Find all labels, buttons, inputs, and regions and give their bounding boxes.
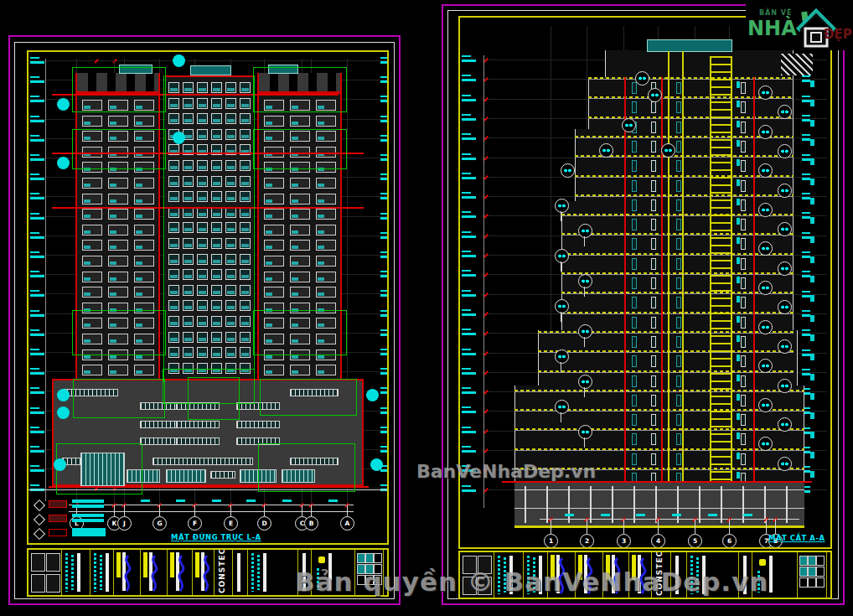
- door: [632, 141, 637, 153]
- drawing-graphic: [110, 122, 116, 125]
- drawing-graphic: [568, 486, 570, 523]
- drawing-graphic: [184, 244, 192, 247]
- callout-bubble: [778, 457, 792, 471]
- level-marker: [30, 465, 44, 472]
- drawing-graphic: [170, 182, 178, 185]
- drawing-graphic: [810, 100, 814, 106]
- door: [741, 82, 746, 94]
- drawing-graphic: [106, 553, 109, 592]
- level-marker: [30, 57, 44, 64]
- drawing-graphic: [72, 519, 104, 522]
- window-band: [176, 421, 220, 428]
- legend-diamond: [34, 514, 45, 525]
- level-marker: [30, 193, 44, 199]
- highlight-box: [260, 379, 357, 416]
- door: [676, 297, 681, 308]
- door: [632, 277, 637, 289]
- dimension-value: [212, 500, 221, 502]
- door: [632, 101, 637, 113]
- callout-bubble: [635, 71, 649, 85]
- drawing-graphic: [184, 338, 192, 341]
- drawing-graphic: [72, 514, 104, 517]
- drawing-graphic: [266, 230, 272, 234]
- drawing-graphic: [136, 355, 142, 359]
- door: [741, 355, 746, 367]
- drawing-graphic: [682, 51, 684, 481]
- drawing-graphic: [292, 246, 298, 249]
- drawing-graphic: [810, 179, 814, 185]
- drawing-graphic: [561, 362, 561, 372]
- drawing-graphic: [737, 81, 740, 88]
- door: [676, 219, 681, 230]
- drawing-graphic: [241, 213, 249, 216]
- callout-bubble: [778, 379, 792, 393]
- drawing-graphic: [584, 287, 585, 297]
- logo-suffix-text: ĐẸP: [824, 27, 852, 42]
- drawing-graphic: [199, 353, 206, 356]
- level-marker: [30, 173, 44, 180]
- level-marker: [802, 96, 810, 102]
- door: [651, 277, 656, 289]
- dimension-value: [565, 514, 574, 516]
- callout-bubble: [758, 85, 773, 100]
- drawing-graphic: [199, 213, 206, 216]
- titleblock-table-cell: [816, 567, 825, 577]
- drawing-graphic: [227, 88, 235, 91]
- grid-bubble: 3: [617, 534, 631, 548]
- basement: [514, 483, 804, 528]
- legend: [34, 500, 126, 543]
- door: [741, 238, 746, 250]
- level-marker: [462, 290, 476, 297]
- drawing-graphic: [737, 277, 740, 283]
- dimension-value: [176, 500, 185, 502]
- drawing-graphic: [199, 166, 206, 169]
- detail-circle: [57, 406, 70, 419]
- drawing-graphic: [227, 306, 235, 309]
- drawing-graphic: [266, 246, 272, 249]
- drawing-graphic: [184, 119, 192, 122]
- door: [651, 180, 656, 192]
- drawing-graphic: [227, 244, 235, 247]
- drawing-graphic: [737, 316, 740, 323]
- drawing-graphic: [227, 119, 235, 122]
- door: [741, 160, 746, 172]
- level-marker: [30, 310, 44, 317]
- highlight-box: [258, 443, 355, 492]
- door: [632, 355, 637, 367]
- drawing-graphic: [655, 486, 657, 523]
- drawing-graphic: [769, 556, 773, 593]
- callout-bubble: [555, 349, 569, 364]
- door: [651, 199, 656, 211]
- callout-bubble: [555, 400, 569, 414]
- door: [632, 180, 637, 192]
- level-marker: [30, 213, 44, 220]
- highlight-box: [253, 129, 347, 169]
- drawing-graphic: [266, 122, 272, 125]
- drawing-graphic: [241, 166, 249, 169]
- level-marker: [380, 232, 389, 239]
- drawing-graphic: [266, 292, 272, 296]
- drawing-graphic: [227, 182, 235, 185]
- drawing-graphic: [241, 275, 249, 278]
- highlight-box: [73, 379, 165, 418]
- drawing-graphic: [266, 370, 272, 374]
- door: [741, 258, 746, 270]
- highlight-box: [56, 443, 142, 494]
- callout-bubble: [778, 417, 792, 432]
- drawing-graphic: [241, 306, 249, 309]
- door: [741, 199, 746, 211]
- left-sheet-panel: LKJGFEDCBA CONSTECH MẶT ĐỨNG TRỤC L-A: [8, 35, 401, 605]
- legend-diamond: [34, 528, 45, 540]
- door: [741, 141, 746, 153]
- door: [632, 82, 637, 94]
- drawing-graphic: [213, 182, 220, 185]
- title-block-cell: [62, 550, 90, 595]
- level-marker: [802, 271, 810, 277]
- drawing-graphic: [237, 553, 240, 592]
- titleblock-table-cell: [808, 577, 816, 588]
- level-marker: [802, 193, 810, 199]
- drawing-graphic: [318, 246, 324, 249]
- door: [632, 199, 637, 211]
- door: [651, 122, 656, 133]
- drawing-graphic: [184, 213, 192, 216]
